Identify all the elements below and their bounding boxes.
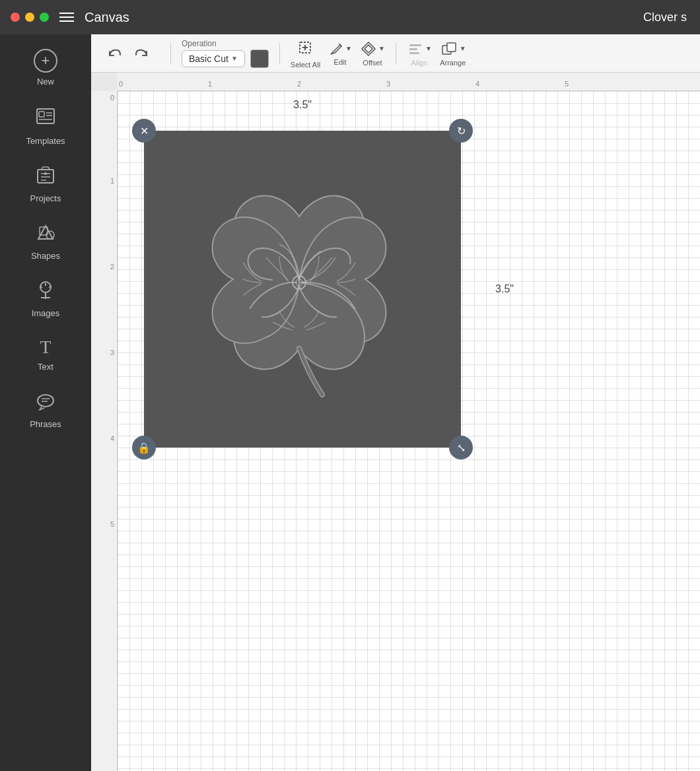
project-name: Clover s xyxy=(643,11,687,24)
edit-icon: ▼ xyxy=(328,41,352,57)
arrange-action[interactable]: ▼ Arrange xyxy=(440,40,466,67)
svg-rect-21 xyxy=(409,44,421,46)
plus-icon: + xyxy=(34,49,57,73)
projects-icon xyxy=(34,164,57,189)
menu-button[interactable] xyxy=(59,13,74,22)
sidebar-item-templates[interactable]: Templates xyxy=(0,96,91,155)
svg-rect-2 xyxy=(38,170,53,183)
titlebar: Canvas Clover s xyxy=(0,0,700,34)
undo-redo-group xyxy=(102,44,155,63)
canvas-area[interactable]: 0 1 2 3 4 5 0 1 2 3 4 5 xyxy=(91,73,700,771)
sidebar: + New Templates Pro xyxy=(0,34,91,771)
select-all-icon xyxy=(296,38,314,59)
offset-label: Offset xyxy=(363,59,382,67)
divider-2 xyxy=(279,43,280,64)
main-layout: + New Templates Pro xyxy=(0,34,700,771)
undo-button[interactable] xyxy=(102,44,127,63)
select-all-action[interactable]: Select All xyxy=(291,38,320,69)
app-title: Canvas xyxy=(85,10,129,25)
edit-label: Edit xyxy=(334,58,347,66)
operation-dropdown[interactable]: Basic Cut ▼ xyxy=(182,50,245,67)
close-icon: ✕ xyxy=(140,125,149,137)
width-label: 3.5" xyxy=(293,99,312,111)
resize-icon: ⤡ xyxy=(457,442,466,454)
redo-button[interactable] xyxy=(129,44,155,63)
svg-rect-23 xyxy=(409,52,419,54)
operation-label: Operation xyxy=(182,39,269,48)
shapes-icon xyxy=(34,222,57,247)
select-all-label: Select All xyxy=(291,61,320,69)
sidebar-item-phrases[interactable]: Phrases xyxy=(0,381,91,438)
sidebar-label-projects: Projects xyxy=(30,193,61,203)
ruler-h-tick-1: 1 xyxy=(208,80,212,88)
traffic-lights xyxy=(11,13,49,22)
sidebar-label-templates: Templates xyxy=(26,136,65,146)
lock-icon: 🔒 xyxy=(137,442,151,454)
ruler-v-tick-4: 4 xyxy=(110,434,114,442)
ruler-h-tick-3: 3 xyxy=(386,80,390,88)
ruler-v-tick-5: 5 xyxy=(110,520,114,528)
sidebar-item-text[interactable]: T Text xyxy=(0,327,91,381)
images-icon xyxy=(34,279,57,304)
text-icon: T xyxy=(40,337,51,358)
minimize-button[interactable] xyxy=(25,13,34,22)
sidebar-item-images[interactable]: Images xyxy=(0,270,91,327)
svg-rect-25 xyxy=(447,43,456,51)
ruler-vertical: 0 1 2 3 4 5 xyxy=(91,91,118,771)
ruler-v-tick-2: 2 xyxy=(110,263,114,271)
align-action[interactable]: ▼ Align xyxy=(407,40,432,67)
ruler-v-tick-1: 1 xyxy=(110,177,114,185)
handle-rotate[interactable]: ↻ xyxy=(449,119,473,143)
svg-marker-4 xyxy=(38,226,53,239)
handle-resize[interactable]: ⤡ xyxy=(449,436,473,459)
align-label: Align xyxy=(411,59,427,67)
sidebar-item-shapes[interactable]: Shapes xyxy=(0,213,91,270)
ruler-v-tick-3: 3 xyxy=(110,349,114,356)
handle-lock[interactable]: 🔒 xyxy=(132,436,156,459)
toolbar: Operation Basic Cut ▼ xyxy=(91,34,700,73)
sidebar-label-new: New xyxy=(37,77,54,86)
content-area: Operation Basic Cut ▼ xyxy=(91,34,700,771)
svg-rect-1 xyxy=(39,112,44,117)
phrases-icon xyxy=(34,390,57,415)
maximize-button[interactable] xyxy=(40,13,49,22)
operation-section: Operation Basic Cut ▼ xyxy=(182,39,269,68)
offset-icon: ▼ xyxy=(360,40,385,57)
sidebar-label-text: Text xyxy=(38,362,53,372)
chevron-down-icon: ▼ xyxy=(231,55,238,62)
offset-action[interactable]: ▼ Offset xyxy=(360,40,385,67)
height-label: 3.5" xyxy=(495,283,514,295)
color-swatch[interactable] xyxy=(250,50,269,68)
rotate-icon: ↻ xyxy=(457,125,466,137)
align-icon: ▼ xyxy=(407,40,432,57)
sidebar-label-images: Images xyxy=(32,308,60,318)
templates-icon xyxy=(34,105,57,132)
ruler-h-tick-5: 5 xyxy=(565,80,569,88)
svg-marker-20 xyxy=(365,45,372,53)
sidebar-item-projects[interactable]: Projects xyxy=(0,155,91,213)
divider-1 xyxy=(170,43,171,64)
sidebar-item-new[interactable]: + New xyxy=(0,40,91,96)
ruler-h-tick-2: 2 xyxy=(297,80,301,88)
sidebar-label-phrases: Phrases xyxy=(30,419,61,429)
svg-rect-22 xyxy=(409,48,417,50)
ruler-v-tick-0: 0 xyxy=(110,94,114,102)
canvas-viewport[interactable]: ✕ ↻ 🔒 ⤡ 3.5" 3.5" xyxy=(118,91,700,771)
handle-delete[interactable]: ✕ xyxy=(132,119,156,143)
ruler-horizontal: 0 1 2 3 4 5 xyxy=(118,73,700,91)
edit-action[interactable]: ▼ Edit xyxy=(328,41,352,66)
ruler-h-tick-0: 0 xyxy=(119,80,123,88)
operation-value: Basic Cut xyxy=(189,53,228,64)
sidebar-label-shapes: Shapes xyxy=(31,251,60,261)
arrange-icon: ▼ xyxy=(440,40,466,57)
ruler-h-tick-4: 4 xyxy=(475,80,479,88)
svg-point-3 xyxy=(44,172,47,175)
divider-3 xyxy=(396,43,396,64)
arrange-label: Arrange xyxy=(440,59,466,67)
svg-point-13 xyxy=(38,395,53,407)
close-button[interactable] xyxy=(11,13,20,22)
selected-object[interactable]: ✕ ↻ 🔒 ⤡ 3.5" 3.5" xyxy=(144,131,461,448)
clover-image xyxy=(177,151,428,415)
